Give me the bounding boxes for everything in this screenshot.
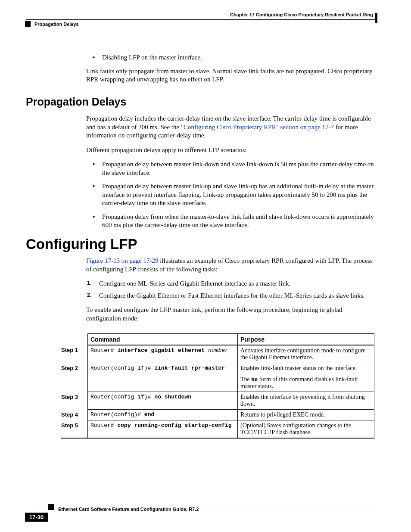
numbered-text: Configure the Gigabit Ethernet or Fast E… — [99, 292, 364, 300]
bullet-marker: • — [93, 182, 102, 208]
paragraph: Link faults only propagate from master t… — [86, 67, 374, 84]
footer-doc-title: Ethernet Card Software Feature and Confi… — [58, 507, 199, 512]
numbered-text: Configure one ML-Series card Gigabit Eth… — [99, 280, 290, 288]
bullet-text: Propagation delay from when the master-t… — [102, 213, 374, 230]
bullet-marker: • — [93, 53, 102, 62]
command-cell: Router(config-if)# link-fault rpr-master — [88, 363, 238, 392]
table-header-row: Command Purpose — [61, 334, 374, 345]
numbered-item: 2. Configure the Gigabit Ethernet or Fas… — [87, 292, 374, 300]
propagation-content: Propagation delay includes the carrier-d… — [86, 115, 374, 235]
paragraph: Figure 17-13 on page 17-29 illustrates a… — [86, 257, 374, 274]
command-cell: Router(config-if)# no shutdown — [88, 392, 238, 410]
command-cell: Router# interface gigabit ethernet numbe… — [88, 345, 238, 363]
header-decoration — [375, 13, 377, 23]
step-label: Step 4 — [61, 410, 88, 420]
bullet-item: • Propagation delay from when the master… — [93, 213, 374, 230]
cross-reference-link[interactable]: Figure 17-13 on page 17-29 — [86, 257, 158, 264]
chapter-header: Chapter 17 Configuring Cisco Proprietary… — [230, 12, 373, 17]
bullet-item: • Propagation delay between master link-… — [93, 160, 374, 177]
step-label: Step 3 — [61, 392, 88, 410]
bullet-text: Propagation delay between master link-up… — [102, 182, 374, 208]
number-marker: 2. — [87, 292, 99, 300]
numbered-item: 1. Configure one ML-Series card Gigabit … — [87, 280, 374, 288]
section-heading-propagation-delays: Propagation Delays — [26, 96, 126, 108]
purpose-cell: Enables link-fault master status on the … — [238, 363, 374, 392]
bullet-text: Propagation delay between master link-do… — [102, 160, 374, 177]
table-header-empty — [61, 334, 88, 345]
configuring-content: Figure 17-13 on page 17-29 illustrates a… — [86, 257, 374, 329]
bullet-item: • Disabling LFP on the master interface. — [93, 53, 374, 62]
purpose-cell: (Optional) Saves configuration changes t… — [238, 420, 374, 439]
table-header-command: Command — [88, 334, 238, 345]
table-row: Step 4 Router(config)# end Returns to pr… — [61, 410, 374, 420]
table-row: Step 3 Router(config-if)# no shutdown En… — [61, 392, 374, 410]
header-rule — [26, 19, 377, 20]
table-row: Step 5 Router# copy running-config start… — [61, 420, 374, 439]
procedure-table: Command Purpose Step 1 Router# interface… — [61, 333, 374, 439]
document-page: Chapter 17 Configuring Cisco Proprietary… — [0, 0, 411, 532]
body-content: • Disabling LFP on the master interface.… — [86, 52, 374, 90]
table-row: Step 1 Router# interface gigabit etherne… — [61, 345, 374, 363]
footer-decoration — [48, 504, 54, 510]
section-header: Propagation Delays — [34, 22, 79, 27]
header-section-marker — [25, 21, 31, 27]
table-row: Step 2 Router(config-if)# link-fault rpr… — [61, 363, 374, 392]
step-label: Step 1 — [61, 345, 88, 363]
paragraph: Propagation delay includes the carrier-d… — [86, 115, 374, 140]
footer-rule — [34, 505, 377, 505]
purpose-cell: Enables the interface by preventing it f… — [238, 392, 374, 410]
purpose-cell: Activates interface configuration mode t… — [238, 345, 374, 363]
paragraph: To enable and configure the LFP master l… — [86, 306, 374, 323]
step-label: Step 5 — [61, 420, 88, 439]
bullet-text: Disabling LFP on the master interface. — [102, 53, 202, 62]
bullet-marker: • — [93, 160, 102, 177]
command-cell: Router(config)# end — [88, 410, 238, 420]
step-label: Step 2 — [61, 363, 88, 392]
table-header-purpose: Purpose — [238, 334, 374, 345]
section-heading-configuring-lfp: Configuring LFP — [26, 236, 137, 252]
purpose-cell: Returns to privileged EXEC mode. — [238, 410, 374, 420]
page-number: 17-30 — [25, 513, 48, 522]
cross-reference-link[interactable]: "Configuring Cisco Proprietary RPR" sect… — [181, 124, 334, 131]
command-cell: Router# copy running-config startup-conf… — [88, 420, 238, 439]
number-marker: 1. — [87, 280, 99, 288]
bullet-item: • Propagation delay between master link-… — [93, 182, 374, 208]
command-table: Command Purpose Step 1 Router# interface… — [61, 333, 374, 439]
bullet-marker: • — [93, 213, 102, 230]
paragraph: Different propagation delays apply to di… — [86, 146, 374, 155]
